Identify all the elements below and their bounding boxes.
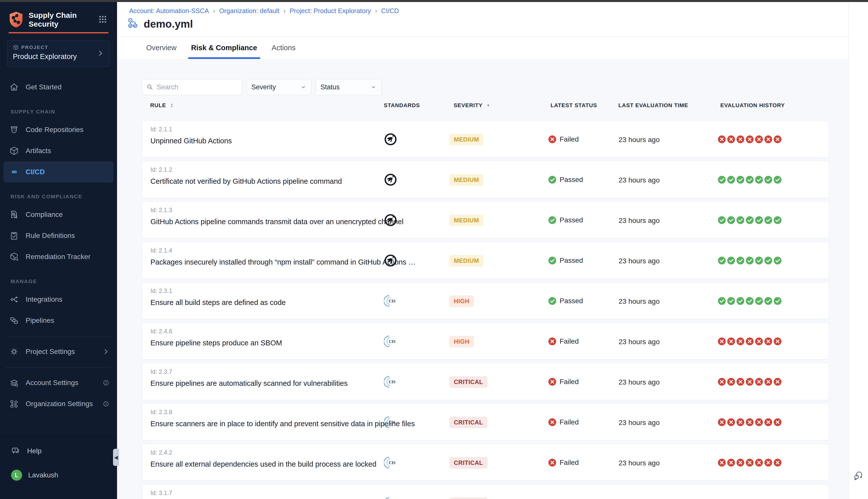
tab-actions[interactable]: Actions — [270, 37, 297, 59]
last-evaluation-time: 23 hours ago — [618, 338, 660, 346]
severity-badge: CRITICAL — [449, 417, 487, 428]
column-header-label: EVALUATION HISTORY — [720, 102, 785, 109]
infinity-icon — [9, 167, 19, 177]
rule-row[interactable]: Id: 3.1.7CISCRITICALFailed23 hours ago — [142, 484, 829, 499]
latest-status: Failed — [548, 135, 579, 144]
app-switcher-grid-icon[interactable] — [97, 14, 108, 25]
rule-id: Id: 2.1.2 — [150, 166, 172, 173]
rule-row[interactable]: Id: 2.1.1Unpinned GitHub ActionsMEDIUMFa… — [142, 121, 829, 158]
column-header-rule: RULE — [150, 102, 174, 109]
latest-status: Failed — [548, 418, 579, 426]
column-header-label: LATEST STATUS — [551, 102, 597, 109]
evaluation-passed-icon — [755, 297, 763, 305]
sort-both-icon[interactable] — [169, 103, 174, 108]
sidebar-item-rule-definitions[interactable]: Rule Definitions — [0, 225, 117, 246]
tab-risk-compliance[interactable]: Risk & Compliance — [190, 37, 259, 59]
evaluation-failed-icon — [736, 135, 745, 144]
rule-id: Id: 2.3.7 — [150, 368, 172, 375]
rule-row[interactable]: Id: 2.1.4Packages insecurely installed t… — [142, 242, 829, 279]
search-icon — [146, 83, 154, 91]
latest-status: Passed — [548, 256, 583, 265]
breadcrumb-separator: › — [284, 7, 286, 15]
breadcrumb-link[interactable]: Account: Automation-SSCA — [129, 7, 209, 15]
sidebar-item-organization-settings[interactable]: Organization Settings — [0, 393, 117, 414]
last-evaluation-time: 23 hours ago — [618, 297, 660, 305]
sidebar-item-get-started[interactable]: Get Started — [0, 76, 117, 98]
evaluation-failed-icon — [718, 337, 726, 346]
rule-row[interactable]: Id: 2.4.6Ensure pipeline steps produce a… — [142, 322, 829, 360]
column-header-standards: STANDARDS — [384, 102, 420, 109]
evaluation-passed-icon — [773, 175, 782, 184]
severity-filter-dropdown[interactable]: Severity — [246, 79, 311, 95]
chevron-right-icon — [102, 348, 110, 356]
svg-text:?: ? — [14, 448, 16, 452]
sidebar-item-project-settings[interactable]: Project Settings — [0, 341, 117, 362]
status-filter-dropdown[interactable]: Status — [316, 79, 382, 95]
evaluation-failed-icon — [718, 418, 726, 426]
rule-name: Ensure scanners are in place to identify… — [150, 420, 415, 428]
status-filter-label: Status — [321, 83, 340, 91]
sidebar-section-text: MANAGE — [11, 278, 37, 284]
rule-row[interactable]: Id: 2.3.8Ensure scanners are in place to… — [142, 403, 829, 440]
breadcrumb-link[interactable]: Organization: default — [219, 7, 279, 15]
evaluation-passed-icon — [773, 297, 782, 305]
user-menu[interactable]: L Lavakush — [0, 465, 117, 486]
help-button[interactable]: ? Help — [0, 440, 117, 462]
supply-chain-security-shield-icon — [9, 11, 24, 28]
evaluation-failed-icon — [718, 458, 726, 467]
evaluation-failed-icon — [755, 135, 763, 144]
last-evaluation-time: 23 hours ago — [618, 136, 660, 144]
tab-overview[interactable]: Overview — [145, 37, 178, 59]
chevron-down-icon — [300, 84, 307, 90]
evaluation-passed-icon — [745, 175, 754, 184]
rule-id: Id: 2.1.1 — [150, 126, 172, 133]
sidebar-item-ci-cd[interactable]: CI/CD — [3, 161, 113, 182]
search-input[interactable] — [157, 83, 232, 91]
rule-row[interactable]: Id: 2.4.2Ensure all external dependencie… — [142, 444, 829, 481]
owasp-icon — [384, 214, 397, 227]
rule-row[interactable]: Id: 2.1.2Certificate not verified by Git… — [142, 161, 829, 198]
status-label: Passed — [559, 176, 583, 184]
rule-row[interactable]: Id: 2.3.7Ensure pipelines are automatica… — [142, 363, 829, 400]
support-chat-icon[interactable] — [853, 470, 864, 482]
sidebar-item-pipelines[interactable]: Pipelines — [0, 310, 117, 331]
cis-icon: CIS — [384, 497, 397, 499]
info-icon — [102, 400, 110, 408]
status-label: Failed — [559, 418, 579, 426]
sort-desc-icon[interactable] — [485, 103, 491, 108]
rule-row[interactable]: Id: 2.3.1Ensure all build steps are defi… — [142, 282, 829, 319]
evaluation-passed-icon — [764, 216, 773, 224]
breadcrumb-separator: › — [213, 7, 215, 15]
evaluation-history — [718, 458, 782, 467]
package-wrench-icon — [9, 252, 19, 262]
sidebar-item-compliance[interactable]: Compliance — [0, 204, 117, 225]
project-selector[interactable]: PROJECT Product Exploratory — [7, 40, 109, 67]
sidebar-collapse-handle[interactable]: ◀ — [113, 449, 119, 466]
sidebar-item-account-settings[interactable]: Account Settings — [0, 372, 117, 393]
owasp-icon — [384, 133, 397, 146]
sidebar-item-code-repositories[interactable]: </>Code Repositories — [0, 119, 117, 140]
evaluation-failed-icon — [718, 378, 726, 386]
evaluation-history — [718, 378, 782, 386]
sidebar-item-remediation-tracker[interactable]: Remediation Tracker — [0, 246, 117, 267]
sidebar-section-text: SUPPLY CHAIN — [11, 109, 55, 115]
evaluation-history — [718, 216, 782, 224]
breadcrumb-link[interactable]: Project: Product Exploratory — [290, 7, 371, 15]
column-header-label: SEVERITY — [454, 102, 482, 109]
search-box — [142, 79, 242, 95]
page-title: demo.yml — [144, 18, 193, 30]
evaluation-failed-icon — [718, 135, 726, 144]
rule-id: Id: 2.3.1 — [150, 288, 172, 294]
evaluation-failed-icon — [727, 418, 735, 426]
breadcrumb-link[interactable]: CI/CD — [381, 7, 399, 15]
sidebar-item-artifacts[interactable]: Artifacts — [0, 140, 117, 161]
sidebar-item-integrations[interactable]: Integrations — [0, 289, 117, 310]
page-header: Account: Automation-SSCA›Organization: d… — [117, 2, 868, 37]
right-rail — [848, 2, 868, 499]
rule-row[interactable]: Id: 2.1.3GitHub Actions pipeline command… — [142, 201, 829, 239]
sidebar-item-label: Get Started — [26, 83, 61, 91]
severity-badge: CRITICAL — [449, 498, 487, 499]
evaluation-failed-icon — [764, 458, 773, 467]
evaluation-passed-icon — [755, 175, 763, 184]
svg-text:CIS: CIS — [389, 420, 396, 424]
